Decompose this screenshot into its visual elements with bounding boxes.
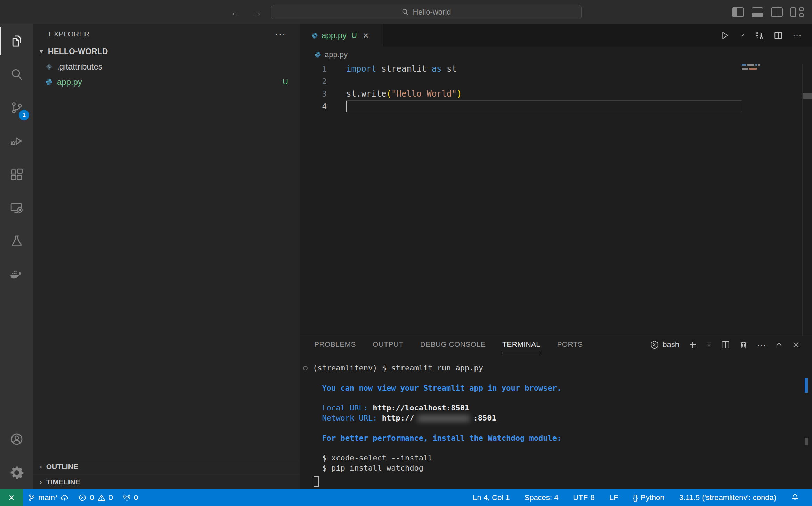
kill-terminal-icon[interactable] [739,340,748,349]
activity-bar-bottom [0,423,33,489]
remote-explorer-icon [10,201,24,215]
split-terminal-icon[interactable] [721,340,730,349]
line-number: 3 [300,89,334,98]
panel-tab-bar: PROBLEMS OUTPUT DEBUG CONSOLE TERMINAL P… [300,336,812,353]
settings-button[interactable] [0,456,33,489]
accounts-button[interactable] [0,423,33,456]
tab-debug-console[interactable]: DEBUG CONSOLE [420,336,486,353]
editor-scrollbar-thumb[interactable] [803,93,812,99]
bash-icon [650,340,659,349]
current-line-highlight [346,100,742,112]
terminal-shell-selector[interactable]: bash [650,340,679,349]
command-decoration-icon[interactable] [303,366,308,370]
python-interpreter-item[interactable]: 3.11.5 ('streamlitenv': conda) [672,489,783,506]
terminal-line [313,373,812,383]
activity-search[interactable] [0,58,33,91]
python-file-icon [311,32,318,39]
error-icon [79,494,86,501]
explorer-more-actions-icon[interactable]: ··· [275,32,286,36]
editor-more-actions-icon[interactable]: ··· [793,31,802,40]
file-row-gitattributes[interactable]: .gitattributes [33,59,300,74]
git-file-icon [45,63,53,71]
split-editor-icon[interactable] [774,31,783,40]
search-icon [10,67,24,81]
notifications-item[interactable] [783,489,806,506]
chevron-down-icon: ▼ [38,49,44,55]
panel-more-actions-icon[interactable]: ··· [757,340,766,349]
maximize-panel-icon[interactable] [775,341,783,349]
terminal-line [313,423,812,433]
folder-name: HELLO-WORLD [48,47,108,56]
indentation-item[interactable]: Spaces: 4 [517,489,566,506]
activity-extensions[interactable] [0,158,33,191]
tab-terminal[interactable]: TERMINAL [502,336,540,353]
terminal-scrollbar-thumb[interactable] [805,438,808,445]
forward-arrow-icon[interactable]: → [251,6,263,18]
text-cursor [346,101,347,112]
code-line-2: 2 [300,75,812,88]
language-mode-item[interactable]: {} Python [625,489,672,506]
file-row-app-py[interactable]: app.py U [33,74,300,90]
chevron-right-icon: › [40,463,42,471]
toggle-sidebar-icon[interactable] [732,7,744,17]
activity-remote-explorer[interactable] [0,191,33,225]
breadcrumb-file[interactable]: app.py [325,50,348,59]
terminal-line [313,393,812,403]
activity-run-debug[interactable] [0,124,33,158]
run-dropdown-chevron-icon[interactable] [739,33,745,38]
tab-close-icon[interactable]: × [363,30,368,41]
code-line-4-current: 4 [300,100,812,113]
layout-controls [732,0,804,24]
terminal-actions: bash ··· [650,340,812,349]
warning-count: 0 [109,493,113,502]
toggle-secondary-sidebar-icon[interactable] [771,7,783,17]
language-label: Python [641,493,665,502]
breadcrumb[interactable]: app.py [300,47,812,63]
files-icon [10,34,24,48]
code-editor[interactable]: 1 import streamlit as st 2 3 st.write("H… [300,63,812,336]
minimap[interactable] [742,64,763,72]
terminal-output[interactable]: (streamlitenv) $ streamlit run app.py Yo… [300,353,812,489]
activity-explorer[interactable] [0,24,33,58]
beaker-icon [10,234,24,248]
tab-ports[interactable]: PORTS [557,336,583,353]
tab-app-py[interactable]: app.py U × [300,24,383,47]
redacted-ip [417,415,470,422]
braces-icon: {} [633,493,638,502]
branch-status-item[interactable]: main* [23,489,74,506]
run-python-file-icon[interactable] [720,31,729,40]
line-number: 4 [300,102,334,111]
encoding-item[interactable]: UTF-8 [566,489,602,506]
remote-icon [7,493,16,502]
ports-count: 0 [134,493,138,502]
open-changes-icon[interactable] [754,31,764,40]
folder-row-hello-world[interactable]: ▼ HELLO-WORLD [33,44,300,59]
terminal-picker-chevron-icon[interactable] [706,342,712,348]
back-arrow-icon[interactable]: ← [229,6,241,18]
new-terminal-icon[interactable] [688,340,697,349]
toggle-panel-icon[interactable] [752,7,763,17]
close-panel-icon[interactable] [792,341,800,349]
history-navigation: ← → [229,0,263,24]
minimap-separator [802,64,803,336]
ports-status-item[interactable]: 0 [118,489,143,506]
problems-status-item[interactable]: 0 0 [74,489,118,506]
remote-indicator[interactable] [0,489,23,506]
outline-section-header[interactable]: › OUTLINE [33,459,300,474]
tab-problems[interactable]: PROBLEMS [314,336,356,353]
terminal-line [313,443,812,453]
publish-cloud-icon [60,493,69,502]
eol-item[interactable]: LF [602,489,626,506]
tab-output[interactable]: OUTPUT [373,336,404,353]
activity-source-control[interactable]: 1 [0,91,33,124]
timeline-section-header[interactable]: › TIMELINE [33,474,300,489]
command-center-search[interactable]: Hello-world [271,5,582,19]
terminal-line: You can now view your Streamlit app in y… [313,383,812,393]
python-file-icon [45,78,53,86]
customize-layout-icon[interactable] [790,7,804,17]
chevron-right-icon: › [40,478,42,486]
activity-docker[interactable] [0,258,33,291]
editor-tab-bar: app.py U × ··· [300,24,812,47]
activity-testing[interactable] [0,225,33,258]
cursor-position-item[interactable]: Ln 4, Col 1 [465,489,517,506]
